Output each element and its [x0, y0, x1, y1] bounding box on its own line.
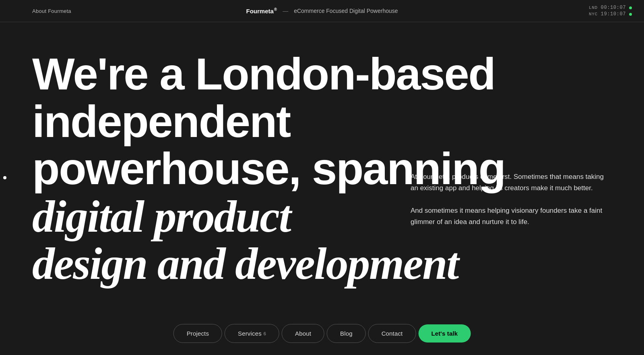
nav-about-label: About: [295, 330, 311, 337]
main-content: We're a London-based independent powerho…: [0, 22, 644, 355]
time-nyc-value: 19:10:07: [601, 11, 626, 17]
description-para-1: At Fourmeta, products come first. Someti…: [411, 171, 612, 194]
time-dot-lnd: [629, 6, 632, 9]
page-label: About Fourmeta: [32, 8, 71, 14]
header: About Fourmeta Fourmeta® — eCommerce Foc…: [0, 0, 644, 22]
nav-projects[interactable]: Projects: [173, 324, 222, 343]
nav-blog-label: Blog: [340, 330, 353, 337]
city-lnd: LND: [589, 5, 597, 10]
description-block: At Fourmeta, products come first. Someti…: [411, 171, 612, 228]
time-dot-nyc: [629, 13, 632, 16]
nav-projects-label: Projects: [187, 330, 209, 337]
nav-about[interactable]: About: [282, 324, 324, 343]
time-nyc: NYC 19:10:07: [589, 11, 632, 17]
hero-line-2-italic: digital product: [32, 191, 291, 241]
brand-name: Fourmeta®: [246, 7, 277, 15]
nav-cta-label: Let's talk: [431, 330, 458, 337]
nav-contact[interactable]: Contact: [368, 324, 416, 343]
hero-line-3: design and development: [32, 240, 555, 288]
header-center: Fourmeta® — eCommerce Focused Digital Po…: [246, 7, 398, 15]
header-tagline: eCommerce Focused Digital Powerhouse: [294, 8, 398, 14]
nav-cta-button[interactable]: Let's talk: [418, 324, 471, 343]
header-divider: —: [283, 8, 288, 14]
nav-contact-label: Contact: [382, 330, 403, 337]
time-lnd: LND 00:10:07: [589, 5, 632, 10]
nav-blog[interactable]: Blog: [327, 324, 366, 343]
brand-reg: ®: [274, 7, 277, 12]
header-times: LND 00:10:07 NYC 19:10:07: [589, 5, 632, 17]
nav-services-badge: 6: [264, 331, 266, 336]
city-nyc: NYC: [589, 12, 597, 17]
hero-line-1: We're a London-based independent: [32, 50, 555, 145]
description-para-2: And sometimes it means helping visionary…: [411, 205, 612, 228]
time-lnd-value: 00:10:07: [601, 5, 626, 10]
nav-services[interactable]: Services6: [225, 324, 279, 343]
nav-services-label: Services: [238, 330, 262, 337]
hero-heading: We're a London-based independent powerho…: [32, 50, 555, 288]
bottom-nav: Projects Services6 About Blog Contact Le…: [173, 324, 471, 343]
